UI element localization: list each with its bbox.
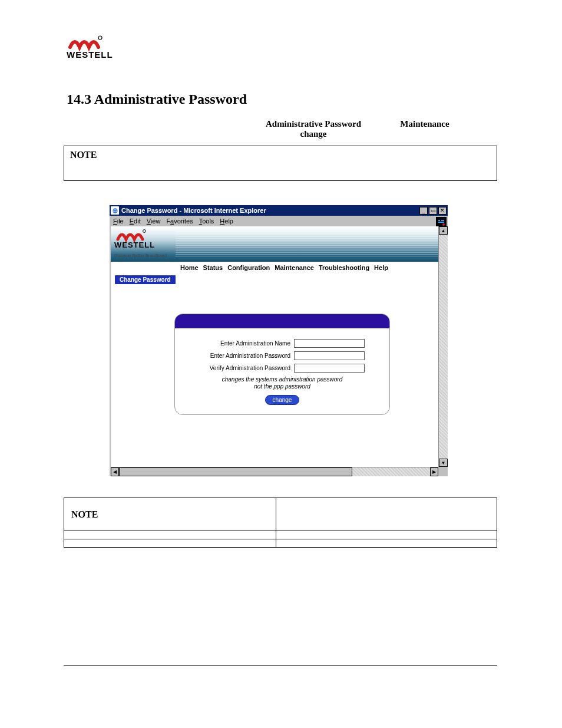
- panel-header: [175, 314, 389, 328]
- vertical-scrollbar[interactable]: ▲ ▼: [438, 226, 448, 467]
- admin-name-input[interactable]: [294, 339, 365, 348]
- admin-password-label: Enter Administration Password: [210, 353, 290, 359]
- note-table-cell-2a: [64, 531, 276, 539]
- ie-window: Change Password - Microsoft Internet Exp…: [110, 205, 448, 476]
- svg-point-6: [143, 230, 146, 233]
- note-table-value-cell-1: [276, 498, 497, 531]
- minimize-button[interactable]: _: [419, 207, 428, 215]
- note-table: NOTE: [64, 498, 497, 548]
- admin-name-label: Enter Administration Name: [220, 340, 290, 347]
- scroll-down-arrow-icon[interactable]: ▼: [439, 459, 448, 467]
- scroll-right-arrow-icon[interactable]: ▶: [430, 467, 438, 476]
- verify-password-input[interactable]: [294, 364, 365, 373]
- westell-logo-icon: WESTELL: [67, 33, 120, 60]
- sidebar-change-password[interactable]: Change Password: [114, 275, 176, 285]
- page-header-logo: WESTELL: [67, 33, 120, 60]
- horizontal-scrollbar[interactable]: ◀ ▶: [111, 467, 438, 476]
- router-banner-logo: WESTELL Discover Better Broadband: [114, 228, 173, 258]
- admin-password-input[interactable]: [294, 351, 365, 360]
- verify-password-label: Verify Administration Password: [210, 365, 290, 371]
- menu-tools[interactable]: Tools: [199, 218, 214, 225]
- note-table-cell-3b: [276, 539, 497, 548]
- note-box-top: NOTE: [64, 146, 497, 181]
- nav-home[interactable]: Home: [180, 264, 199, 271]
- close-button[interactable]: ✕: [438, 207, 447, 215]
- menu-favorites[interactable]: Favorites: [166, 218, 193, 225]
- ie-app-icon: [111, 206, 119, 215]
- router-banner: WESTELL Discover Better Broadband: [111, 226, 438, 262]
- ie-title-bar[interactable]: Change Password - Microsoft Internet Exp…: [110, 205, 448, 216]
- nav-help[interactable]: Help: [374, 264, 388, 271]
- maximize-button[interactable]: ▭: [429, 207, 437, 215]
- ie-viewport: WESTELL Discover Better Broadband Home S…: [111, 226, 438, 467]
- note-table-cell-2b: [276, 531, 497, 539]
- svg-point-0: [98, 36, 102, 39]
- nav-maintenance[interactable]: Maintenance: [275, 264, 314, 271]
- nav-troubleshooting[interactable]: Troubleshooting: [319, 264, 369, 271]
- subheading-maintenance: Maintenance: [392, 119, 457, 129]
- router-nav: Home Status Configuration Maintenance Tr…: [111, 262, 438, 274]
- nav-configuration[interactable]: Configuration: [227, 264, 270, 271]
- scroll-left-arrow-icon[interactable]: ◀: [111, 467, 119, 476]
- ie-window-title: Change Password - Microsoft Internet Exp…: [121, 207, 419, 214]
- svg-point-2: [113, 208, 118, 213]
- change-password-panel: Enter Administration Name Enter Administ…: [174, 314, 390, 415]
- subheading-admin-password-change: Administrative Password change: [263, 119, 364, 139]
- menu-edit[interactable]: Edit: [130, 218, 141, 225]
- scroll-up-arrow-icon[interactable]: ▲: [439, 226, 448, 235]
- form-hint: changes the systems administration passw…: [182, 376, 382, 390]
- router-tagline: Discover Better Broadband: [114, 253, 173, 258]
- note-table-cell-3a: [64, 539, 276, 548]
- menu-file[interactable]: File: [113, 218, 124, 225]
- change-button[interactable]: change: [265, 395, 300, 405]
- footer-divider: [64, 665, 497, 666]
- note-table-label-cell: NOTE: [64, 498, 276, 531]
- section-heading: 14.3 Administrative Password: [67, 91, 247, 107]
- svg-point-5: [442, 223, 445, 226]
- nav-status[interactable]: Status: [203, 264, 223, 271]
- router-brand-text: WESTELL: [114, 241, 155, 249]
- menu-view[interactable]: View: [147, 218, 161, 225]
- ie-menu-bar: File Edit View Favorites Tools Help: [110, 216, 448, 226]
- note-label: NOTE: [70, 150, 97, 160]
- hscroll-thumb[interactable]: [119, 467, 352, 476]
- menu-help[interactable]: Help: [220, 218, 233, 225]
- svg-text:WESTELL: WESTELL: [67, 50, 113, 60]
